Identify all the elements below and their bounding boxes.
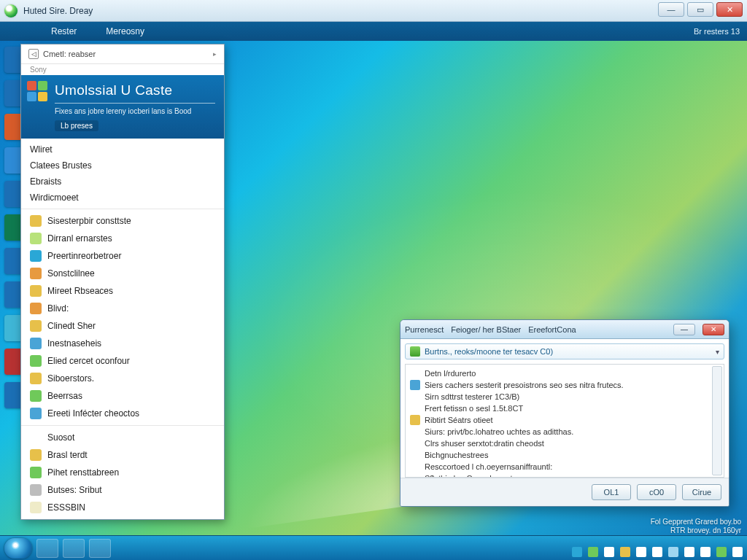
dialog-titlebar[interactable]: Purrenesct Feioger/ her BStaer EreefortC… [400,320,729,339]
scrollbar[interactable] [712,366,722,475]
dialog-line[interactable]: Siers cachers sesterit presoistrons seo … [410,379,719,391]
window-title: Huted Sire. Dreay [23,6,93,16]
tray-icon[interactable] [572,547,582,557]
line-icon [410,473,420,478]
panel-item[interactable]: Beerrsas [21,387,224,405]
panel-item[interactable]: Ereeti Infécter cheoctos [21,405,224,422]
panel-item[interactable]: Ebraists [21,174,224,190]
item-icon [30,390,42,402]
dialog-line[interactable]: Resccortoed l ch.oeyernsaniffrauntl: [410,461,719,472]
panel-item[interactable]: Brasl terdt [21,446,224,464]
panel-item[interactable]: Inestnaseheis [21,335,224,352]
dialog-body: Detn l/rdurertoSiers cachers sesterit pr… [405,364,724,478]
tray-icon[interactable] [604,547,614,557]
tray-icon[interactable] [684,547,694,557]
dialog-line[interactable]: Siurs: privt/bc.lohatreo uchtes as aditt… [410,426,719,438]
panel-item[interactable]: Wliret [21,141,224,158]
line-icon [410,450,420,460]
dialog-line[interactable]: Sirn sdttrst testerer 1C3/B) [410,391,719,402]
dialog-button-cancel[interactable]: cO0 [637,484,676,500]
dialog-line[interactable]: Detn l/rdurerto [410,368,719,379]
item-icon [30,467,42,478]
windows-flag-icon [27,81,47,101]
chevron-right-icon: ▸ [213,50,217,58]
line-icon [410,403,420,413]
line-icon [410,427,420,437]
taskbar-button[interactable] [63,539,85,558]
panel-item-label: Brasl terdt [47,450,88,460]
panel-item[interactable]: Siboerstors. [21,370,224,387]
panel-item[interactable]: Dirranl ernarstes [21,230,224,247]
back-icon[interactable]: ◁ [28,49,39,59]
tray-icon[interactable] [716,547,727,557]
tray-icon[interactable] [668,547,678,557]
item-icon [30,449,42,461]
panel-item-label: Blivd: [47,303,69,314]
dialog-tab[interactable]: EreefortCona [528,325,576,334]
panel-item[interactable]: Wirdicmoeet [21,190,224,206]
item-icon [30,484,42,496]
panel-item[interactable]: Sisesterpbir consttste [21,212,224,230]
item-icon [30,268,42,279]
panel-pill[interactable]: Lb preses [55,120,98,131]
item-icon [30,408,42,419]
panel-item[interactable]: Elied cercet oconfour [21,352,224,370]
dialog-line[interactable]: S$cthisdee Coneshoreet [410,472,719,478]
panel-item[interactable]: Clatees Brustes [21,158,224,174]
taskbar-button[interactable] [36,539,58,558]
tray-icon[interactable] [732,547,743,557]
panel-item[interactable]: ESSSBIN [21,499,224,516]
dialog-tab[interactable]: Purrenesct [405,325,444,334]
dialog-button-apply[interactable]: Cirue [682,484,721,500]
panel-item[interactable]: Suosot [21,429,224,446]
taskbar-button[interactable] [89,539,111,558]
dialog-line[interactable]: Clrs shuser serxtot:dratin cheodst [410,438,719,449]
tray-icon[interactable] [652,547,662,557]
panel-item[interactable]: Sonstclilnee [21,265,224,282]
tray-icon[interactable] [620,547,630,557]
dialog-button-ok[interactable]: OL1 [592,484,631,500]
app-orb-icon [4,4,18,18]
tray-icon[interactable] [700,547,711,557]
panel-item[interactable]: Clinedt Sher [21,317,224,335]
line-icon [410,380,420,390]
item-icon [30,320,42,332]
tray-icon[interactable] [588,547,598,557]
dialog-button-row: OL1 cO0 Cirue [400,478,729,506]
minimize-button[interactable]: — [658,2,684,17]
dialog-minimize-button[interactable]: — [673,324,695,335]
clock-text: Br resters 13 [694,27,740,36]
panel-item-label: Dirranl ernarstes [47,233,112,244]
chevron-down-icon[interactable]: ▾ [716,348,719,356]
menu-item[interactable]: Rester [51,26,77,36]
breadcrumb-text: Cmetl: reabser [43,50,96,58]
start-button[interactable] [4,538,32,559]
panel-sony-label: Sony [21,64,224,75]
dialog-line-text: Ribtirt Séatrs otieet [425,416,493,424]
tray-icon[interactable] [636,547,646,557]
dialog-path-text: Burtns., reoks/moone ter tesacv C0) [425,347,553,356]
dialog-line-text: Sirn sdttrst testerer 1C3/B) [425,392,519,401]
panel-item-label: ESSSBIN [47,502,85,513]
dialog-line[interactable]: Frert fetissn o sesl 1.5t.8CT [410,402,719,414]
panel-item-label: Preertinreorbetroer [47,251,121,261]
panel-item[interactable]: Preertinreorbetroer [21,247,224,265]
menu-item[interactable]: Mereosny [106,26,144,36]
close-button[interactable]: ✕ [716,2,743,17]
panel-item[interactable]: Blivd: [21,300,224,317]
dialog-line[interactable]: Bichgnuchestrees [410,449,719,461]
dialog-line[interactable]: Ribtirt Séatrs otieet [410,414,719,426]
maximize-button[interactable]: ▭ [687,2,713,17]
main-window-titlebar: Huted Sire. Dreay [0,0,747,22]
item-icon [30,250,42,262]
dialog-tab[interactable]: Feioger/ her BStaer [451,325,521,334]
panel-item-label: Ebraists [30,176,61,187]
line-icon [410,368,420,378]
dialog-close-button[interactable]: ✕ [703,324,724,335]
panel-item[interactable]: Butses: Sribut [21,481,224,499]
dialog-pathbar[interactable]: Burtns., reoks/moone ter tesacv C0) ▾ [405,343,724,359]
panel-item[interactable]: Pihet rensttabreen [21,464,224,481]
panel-item[interactable]: Mireet Rbseaces [21,282,224,300]
panel-title: Umolssial U Caste [55,82,215,98]
panel-list: WliretClatees BrustesEbraistsWirdicmoeet… [21,139,224,519]
